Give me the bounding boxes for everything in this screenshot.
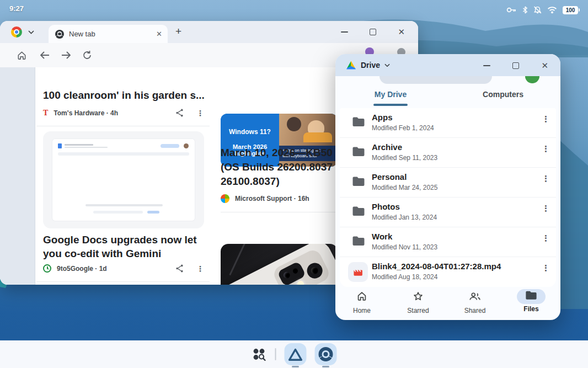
drive-window-title: Drive: [361, 61, 380, 70]
back-icon[interactable]: [40, 51, 50, 60]
drive-folder-row[interactable]: Archive Modified Sep 11, 2023 ⋮: [340, 138, 556, 168]
folder-icon: [525, 290, 537, 301]
new-tab-button[interactable]: +: [175, 25, 181, 38]
browser-menu-button[interactable]: [11, 26, 34, 38]
star-icon: [412, 290, 424, 302]
article-source[interactable]: Tom's Hardware · 4h: [54, 109, 118, 117]
chevron-down-icon: [28, 30, 34, 34]
status-bar: 9:27 100: [0, 0, 588, 20]
tab-close-icon[interactable]: ✕: [156, 30, 162, 38]
wifi-icon: [547, 6, 557, 14]
more-icon[interactable]: ⋮: [542, 236, 548, 240]
tab-my-drive[interactable]: My Drive: [368, 90, 413, 99]
tab-title: New tab: [69, 30, 156, 38]
microsoft-icon: [221, 194, 229, 203]
reload-icon[interactable]: [82, 50, 92, 60]
people-icon: [468, 290, 482, 302]
browser-window-controls: ✕: [341, 28, 405, 36]
drive-window-controls: ✕: [483, 61, 548, 70]
more-icon[interactable]: ⋮: [542, 206, 548, 210]
forward-icon[interactable]: [61, 51, 71, 60]
maximize-button[interactable]: [370, 29, 376, 35]
drive-folder-row[interactable]: Photos Modified Jan 13, 2024 ⋮: [340, 198, 556, 227]
more-icon[interactable]: ⋮: [196, 264, 204, 273]
article-headline[interactable]: (OS Builds 26200.8037: [221, 160, 353, 174]
divider: [36, 126, 210, 126]
drive-file-list: Apps Modified Feb 1, 2024 ⋮ Archive Modi…: [340, 108, 556, 287]
article-meta-row: T Tom's Hardware · 4h ⋮: [43, 108, 204, 118]
folder-icon: [352, 236, 365, 247]
search-bar-partial[interactable]: [379, 76, 492, 84]
nav-shared[interactable]: Shared: [455, 290, 495, 314]
tab-new-tab[interactable]: New tab ✕: [49, 25, 168, 43]
shelf-chrome-app[interactable]: [315, 343, 337, 365]
close-button[interactable]: ✕: [541, 62, 548, 69]
notifications-off-icon: [533, 6, 542, 14]
article-image-docs[interactable]: [43, 131, 204, 228]
video-file-chip: [348, 262, 368, 282]
article-image-phone[interactable]: [221, 244, 338, 285]
minimize-button[interactable]: [341, 31, 348, 33]
shelf-divider: [275, 348, 276, 360]
close-button[interactable]: ✕: [398, 29, 405, 35]
article-meta-row: 9to5Google · 1d ⋮: [43, 264, 204, 273]
drive-tabs: My Drive Computers: [335, 86, 560, 107]
battery-level: 100: [566, 7, 575, 13]
chrome-logo-icon: [11, 26, 22, 38]
docs-screenshot: [52, 139, 195, 221]
article-meta-row: Microsoft Support · 16h: [221, 194, 336, 203]
article-headline[interactable]: 100 cleanroom' in his garden s...: [43, 88, 206, 102]
folder-icon: [352, 146, 365, 157]
drive-folder-row[interactable]: Work Modified Nov 11, 2023 ⋮: [340, 227, 556, 257]
article-headline[interactable]: Google Docs upgrades now let you co-edit…: [43, 233, 209, 260]
chevron-down-icon[interactable]: [384, 63, 390, 67]
article-source[interactable]: Microsoft Support · 16h: [235, 195, 309, 202]
share-icon[interactable]: [175, 108, 184, 118]
minimize-button[interactable]: [483, 65, 490, 66]
status-clock[interactable]: 9:27: [9, 4, 24, 13]
maximize-button[interactable]: [512, 62, 519, 69]
more-icon[interactable]: ⋮: [542, 117, 548, 121]
more-icon[interactable]: ⋮: [542, 177, 548, 180]
shelf-drive-app[interactable]: [285, 343, 307, 365]
article-headline[interactable]: 26100.8037): [221, 174, 353, 188]
more-icon[interactable]: ⋮: [196, 109, 204, 118]
running-indicator: [322, 366, 329, 368]
account-avatar[interactable]: [525, 76, 539, 83]
vpn-key-icon: [506, 7, 517, 13]
drive-titlebar[interactable]: Drive ✕: [335, 54, 560, 76]
9to5google-icon: [43, 264, 51, 273]
divider: [36, 281, 210, 282]
folder-icon: [352, 206, 365, 217]
drive-app-icon: [287, 347, 304, 362]
battery-indicator: 100: [563, 6, 578, 14]
bluetooth-icon: [522, 6, 528, 14]
launcher-icon[interactable]: [252, 346, 267, 362]
toms-hardware-icon: T: [43, 109, 48, 118]
more-icon[interactable]: ⋮: [542, 147, 548, 151]
chrome-app-icon: [319, 347, 333, 361]
folder-icon: [352, 116, 365, 127]
phone-graphic: [221, 244, 338, 285]
video-icon: [352, 268, 364, 276]
article-headline[interactable]: March 10, 2026—KB50: [221, 146, 353, 159]
nav-starred[interactable]: Starred: [398, 290, 438, 314]
status-tray[interactable]: 100: [506, 4, 578, 15]
tab-favicon: [55, 30, 64, 39]
folder-icon: [352, 176, 365, 187]
active-tab-underline: [373, 104, 408, 106]
drive-file-row[interactable]: Blink4_2024-08-04T01:27:28.mp4 Modified …: [340, 257, 556, 287]
share-icon[interactable]: [175, 264, 184, 273]
ntp-side-panel: [0, 67, 35, 285]
drive-bottom-nav: Home Starred Shared Files: [335, 287, 560, 320]
tab-computers[interactable]: Computers: [475, 90, 531, 99]
desktop: 9:27 100 New tab ✕ +: [0, 0, 588, 368]
article-source[interactable]: 9to5Google · 1d: [57, 265, 107, 273]
drive-logo-icon: [346, 61, 356, 70]
drive-folder-row[interactable]: Apps Modified Feb 1, 2024 ⋮: [340, 108, 556, 138]
nav-files[interactable]: Files: [511, 290, 551, 313]
home-icon[interactable]: [17, 50, 27, 61]
drive-folder-row[interactable]: Personal Modified Mar 24, 2025 ⋮: [340, 168, 556, 198]
more-icon[interactable]: ⋮: [542, 266, 548, 270]
nav-home[interactable]: Home: [342, 290, 382, 314]
